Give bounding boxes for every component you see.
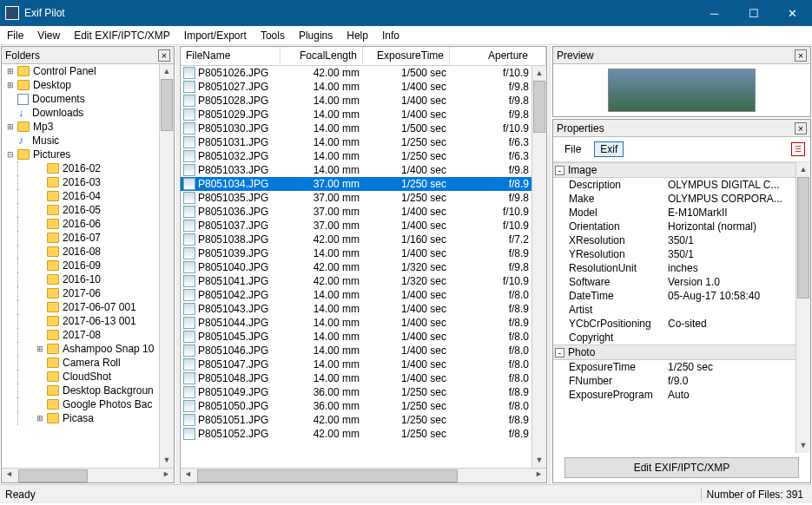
- file-row[interactable]: P8051051.JPG42.00 mm1/250 secf/8.9: [181, 413, 546, 427]
- tree-item[interactable]: CloudShot: [2, 370, 174, 384]
- prop-row[interactable]: Artist: [553, 303, 810, 317]
- group-collapse-icon[interactable]: -: [555, 166, 564, 175]
- tree-item[interactable]: Camera Roll: [2, 356, 174, 370]
- folder-tree[interactable]: ⊞Control Panel⊞DesktopDocumentsDownloads…: [2, 64, 174, 468]
- menu-plugins[interactable]: Plugins: [292, 28, 340, 43]
- file-row[interactable]: P8051027.JPG14.00 mm1/400 secf/9.8: [181, 80, 546, 94]
- menu-file[interactable]: File: [0, 28, 30, 43]
- tree-item[interactable]: 2017-08: [2, 328, 174, 342]
- tree-item[interactable]: 2016-06: [2, 217, 174, 231]
- prop-row[interactable]: Copyright: [553, 331, 810, 344]
- tab-file[interactable]: File: [558, 141, 587, 157]
- tree-item[interactable]: ⊟Pictures: [2, 148, 174, 161]
- file-row[interactable]: P8051026.JPG42.00 mm1/500 secf/10.9: [181, 66, 546, 80]
- file-row[interactable]: P8051037.JPG37.00 mm1/400 secf/10.9: [181, 219, 546, 233]
- tree-vscrollbar[interactable]: ▲▼: [159, 64, 174, 468]
- menu-tools[interactable]: Tools: [254, 28, 292, 43]
- file-row[interactable]: P8051050.JPG36.00 mm1/250 secf/8.0: [181, 399, 546, 413]
- prop-group-photo[interactable]: -Photo: [553, 344, 810, 360]
- tree-item[interactable]: ⊞Desktop: [2, 78, 174, 92]
- prop-row[interactable]: ExposureTime1/250 sec: [553, 360, 810, 374]
- tree-item[interactable]: ⊞Control Panel: [2, 64, 174, 78]
- file-row[interactable]: P8051048.JPG14.00 mm1/400 secf/8.0: [181, 371, 546, 385]
- file-row[interactable]: P8051046.JPG14.00 mm1/400 secf/8.0: [181, 344, 546, 357]
- prop-row[interactable]: MakeOLYMPUS CORPORA...: [553, 192, 810, 206]
- file-row[interactable]: P8051038.JPG42.00 mm1/160 secf/7.2: [181, 233, 546, 246]
- tree-expander-icon[interactable]: ⊞: [5, 66, 16, 76]
- tree-item[interactable]: 2016-02: [2, 161, 174, 175]
- properties-options-icon[interactable]: ☰: [791, 142, 805, 156]
- file-row[interactable]: P8051047.JPG14.00 mm1/400 secf/8.0: [181, 357, 546, 371]
- file-row[interactable]: P8051029.JPG14.00 mm1/400 secf/9.8: [181, 108, 546, 121]
- tab-exif[interactable]: Exif: [594, 141, 624, 157]
- tree-expander-icon[interactable]: ⊞: [35, 413, 45, 423]
- prop-row[interactable]: YResolution350/1: [553, 247, 810, 261]
- properties-close-icon[interactable]: ×: [795, 122, 807, 134]
- file-row[interactable]: P8051039.JPG14.00 mm1/400 secf/8.9: [181, 246, 546, 260]
- tree-expander-icon[interactable]: ⊞: [35, 344, 45, 354]
- prop-row[interactable]: ResolutionUnitinches: [553, 261, 810, 275]
- menu-help[interactable]: Help: [340, 28, 375, 43]
- tree-expander-icon[interactable]: ⊞: [5, 121, 16, 132]
- properties-grid[interactable]: -ImageDescriptionOLYMPUS DIGITAL C...Mak…: [553, 161, 810, 453]
- splitter-left[interactable]: [175, 45, 179, 484]
- file-row[interactable]: P8051045.JPG14.00 mm1/400 secf/8.0: [181, 330, 546, 344]
- prop-row[interactable]: ModelE-M10MarkII: [553, 206, 810, 220]
- filelist-hscrollbar[interactable]: ◄►: [181, 468, 546, 482]
- tree-hscrollbar[interactable]: ◄►: [2, 468, 174, 482]
- file-row[interactable]: P8051034.JPG37.00 mm1/250 secf/8.9: [181, 177, 546, 191]
- file-row[interactable]: P8051049.JPG36.00 mm1/250 secf/8.9: [181, 385, 546, 399]
- tree-item[interactable]: 2016-09: [2, 259, 174, 272]
- file-row[interactable]: P8051035.JPG37.00 mm1/250 secf/9.8: [181, 191, 546, 205]
- col-filename[interactable]: FileName: [181, 47, 281, 65]
- folders-close-icon[interactable]: ×: [158, 49, 170, 62]
- file-row[interactable]: P8051030.JPG14.00 mm1/500 secf/10.9: [181, 121, 546, 135]
- prop-row[interactable]: SoftwareVersion 1.0: [553, 275, 810, 289]
- tree-item[interactable]: ⊞Ashampoo Snap 10: [2, 342, 174, 356]
- tree-item[interactable]: Documents: [2, 92, 174, 106]
- col-aperture[interactable]: Aperture: [450, 47, 546, 65]
- prop-row[interactable]: ExposureProgramAuto: [553, 388, 810, 402]
- file-row[interactable]: P8051042.JPG14.00 mm1/400 secf/8.0: [181, 288, 546, 302]
- tree-item[interactable]: ⊞Mp3: [2, 120, 174, 134]
- tree-item[interactable]: 2016-05: [2, 203, 174, 217]
- tree-item[interactable]: Desktop Backgroun: [2, 384, 174, 397]
- tree-item[interactable]: 2016-08: [2, 245, 174, 259]
- menu-edit-exif-iptc-xmp[interactable]: Edit EXIF/IPTC/XMP: [67, 28, 177, 43]
- file-row[interactable]: P8051043.JPG14.00 mm1/400 secf/8.9: [181, 302, 546, 316]
- tree-item[interactable]: 2016-03: [2, 175, 174, 189]
- tree-item[interactable]: 2016-04: [2, 189, 174, 203]
- filelist-vscrollbar[interactable]: ▲▼: [531, 66, 546, 468]
- prop-row[interactable]: YCbCrPositioningCo-sited: [553, 317, 810, 331]
- minimize-button[interactable]: ─: [695, 0, 734, 26]
- tree-item[interactable]: 2016-10: [2, 272, 174, 286]
- col-exposuretime[interactable]: ExposureTime: [363, 47, 450, 65]
- tree-expander-icon[interactable]: ⊞: [5, 80, 16, 90]
- menu-import-export[interactable]: Import/Export: [177, 28, 254, 43]
- tree-item[interactable]: Downloads: [2, 106, 174, 120]
- file-row[interactable]: P8051040.JPG42.00 mm1/320 secf/9.8: [181, 260, 546, 274]
- tree-expander-icon[interactable]: ⊟: [5, 149, 16, 160]
- edit-exif-button[interactable]: Edit EXIF/IPTC/XMP: [564, 457, 799, 478]
- maximize-button[interactable]: ☐: [734, 0, 773, 26]
- tree-item[interactable]: 2017-06: [2, 286, 174, 300]
- prop-row[interactable]: OrientationHorizontal (normal): [553, 220, 810, 233]
- tree-item[interactable]: 2017-06-13 001: [2, 314, 174, 328]
- file-row[interactable]: P8051031.JPG14.00 mm1/250 secf/6.3: [181, 135, 546, 149]
- file-row[interactable]: P8051036.JPG37.00 mm1/400 secf/10.9: [181, 205, 546, 219]
- propgrid-vscrollbar[interactable]: ▲▼: [795, 162, 810, 453]
- menu-info[interactable]: Info: [375, 28, 406, 43]
- menu-view[interactable]: View: [30, 28, 67, 43]
- prop-row[interactable]: DescriptionOLYMPUS DIGITAL C...: [553, 178, 810, 192]
- prop-row[interactable]: XResolution350/1: [553, 233, 810, 247]
- file-list[interactable]: P8051026.JPG42.00 mm1/500 secf/10.9P8051…: [181, 66, 546, 468]
- group-collapse-icon[interactable]: -: [555, 348, 564, 357]
- tree-item[interactable]: ⊞Picasa: [2, 411, 174, 425]
- close-button[interactable]: ✕: [773, 0, 812, 26]
- file-row[interactable]: P8051033.JPG14.00 mm1/400 secf/9.8: [181, 163, 546, 177]
- prop-group-image[interactable]: -Image: [553, 162, 810, 178]
- file-row[interactable]: P8051044.JPG14.00 mm1/400 secf/8.9: [181, 316, 546, 330]
- file-row[interactable]: P8051028.JPG14.00 mm1/400 secf/9.8: [181, 94, 546, 108]
- file-row[interactable]: P8051052.JPG42.00 mm1/250 secf/8.9: [181, 427, 546, 441]
- file-row[interactable]: P8051032.JPG14.00 mm1/250 secf/6.3: [181, 149, 546, 163]
